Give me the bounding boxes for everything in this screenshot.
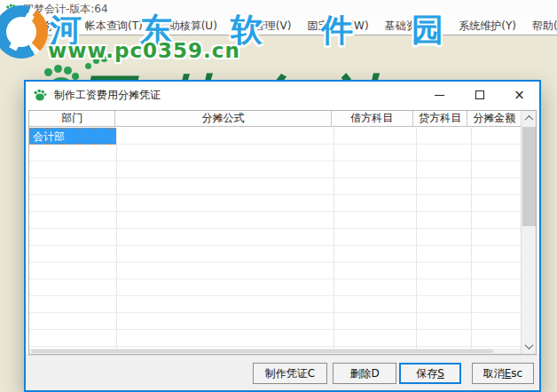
cancel-label: 取消 (483, 367, 505, 380)
save-button[interactable]: 保存S (399, 363, 461, 384)
save-label: 保存 (416, 367, 437, 380)
allocation-table: 部门 分摊公式 借方科目 贷方科目 分摊金额 会计部 (28, 110, 537, 355)
close-icon: × (514, 89, 525, 102)
allocation-voucher-dialog: 制作工资费用分摊凭证 × 部门 分摊公式 借方科目 贷方科目 分摊金额 会计部 (24, 80, 541, 392)
vertical-scrollbar-thumb[interactable] (522, 127, 536, 226)
horizontal-scrollbar-thumb[interactable] (31, 349, 493, 353)
table-header-row: 部门 分摊公式 借方科目 贷方科目 分摊金额 (29, 111, 521, 127)
delete-button[interactable]: 删除D (333, 363, 396, 384)
column-header-debit-account[interactable]: 借方科目 (332, 111, 413, 126)
cancel-button[interactable]: 取消Esc (472, 363, 534, 384)
menu-item-help[interactable]: 帮助(Z) (524, 17, 557, 35)
app-root: { "window": { "title": "圆梦会计-版本:64" }, "… (0, 0, 557, 392)
scroll-up-button[interactable] (522, 111, 537, 126)
cancel-suffix: sc (511, 367, 522, 380)
column-divider (116, 128, 117, 349)
dialog-button-panel: 制作凭证C 删除D 保存S 取消Esc (26, 355, 539, 390)
dialog-title: 制作工资费用分摊凭证 (54, 88, 161, 103)
scroll-down-button[interactable] (522, 339, 537, 354)
dialog-paw-icon (33, 88, 47, 102)
minimize-icon (435, 95, 444, 96)
watermark-site-url: www.pc0359.cn (48, 39, 240, 62)
column-header-department[interactable]: 部门 (29, 111, 115, 126)
minimize-button[interactable] (420, 82, 459, 108)
save-accelerator: S (437, 367, 444, 380)
horizontal-scrollbar[interactable] (29, 349, 521, 354)
column-divider (471, 128, 472, 349)
column-divider (333, 128, 334, 349)
selected-cell-department[interactable]: 会计部 (29, 128, 116, 145)
table-body[interactable]: 会计部 (29, 128, 521, 349)
make-voucher-button[interactable]: 制作凭证C (253, 363, 327, 384)
close-button[interactable]: × (499, 82, 539, 108)
column-header-amount[interactable]: 分摊金额 (467, 111, 521, 126)
vertical-scrollbar[interactable] (521, 111, 536, 354)
column-divider (416, 128, 417, 349)
column-header-formula[interactable]: 分摊公式 (115, 111, 331, 126)
dialog-titlebar: 制作工资费用分摊凭证 × (26, 82, 539, 108)
maximize-icon (475, 90, 484, 99)
chevron-down-icon (525, 341, 534, 349)
column-header-credit-account[interactable]: 贷方科目 (413, 111, 468, 126)
maximize-button[interactable] (459, 82, 499, 108)
chevron-up-icon (525, 115, 534, 124)
